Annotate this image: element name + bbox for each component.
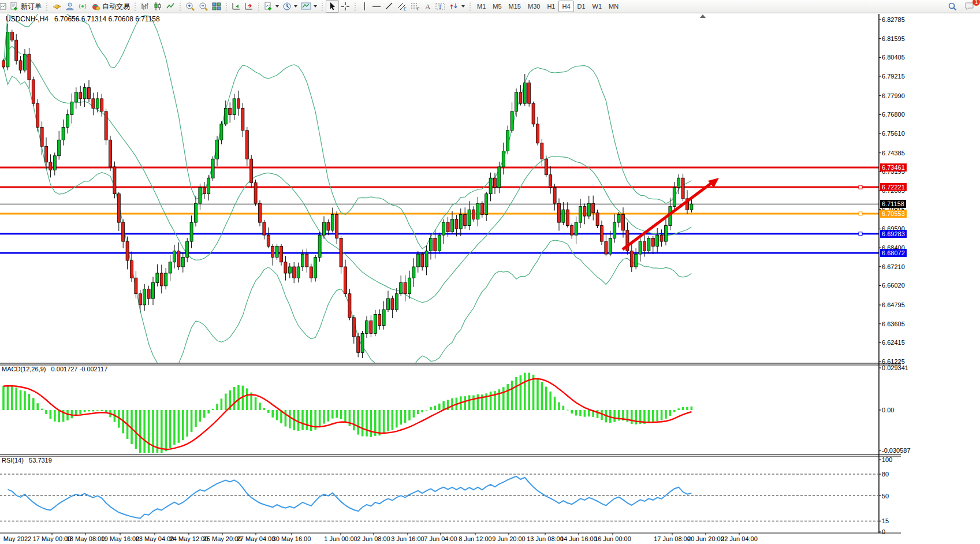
crosshair-button[interactable] bbox=[339, 1, 352, 12]
macd-histogram-bar bbox=[575, 410, 577, 416]
candle-body bbox=[404, 282, 407, 293]
templates-button[interactable] bbox=[299, 1, 319, 12]
horizontal-line-button[interactable] bbox=[370, 1, 383, 12]
candle-body bbox=[395, 294, 398, 310]
macd-histogram-bar bbox=[32, 398, 35, 410]
candle-body bbox=[131, 260, 133, 278]
level-line-handle[interactable] bbox=[859, 212, 862, 215]
candle-body bbox=[489, 178, 492, 193]
trendline-icon bbox=[385, 2, 394, 11]
chart-plot-area[interactable] bbox=[0, 13, 980, 544]
zoom-in-button[interactable] bbox=[184, 1, 197, 12]
candle-body bbox=[70, 102, 73, 114]
candle-body bbox=[352, 318, 355, 337]
window-chart-icon[interactable] bbox=[0, 1, 8, 12]
macd-histogram-bar bbox=[199, 410, 202, 422]
candle-body bbox=[553, 188, 556, 203]
candle-body bbox=[523, 83, 526, 103]
candles-chart-button[interactable] bbox=[151, 1, 164, 12]
chart-shift-button[interactable] bbox=[243, 1, 255, 12]
macd-histogram-bar bbox=[571, 410, 573, 413]
text-button[interactable]: A bbox=[422, 1, 434, 12]
candle-body bbox=[195, 203, 198, 222]
arrows-button[interactable] bbox=[448, 1, 467, 12]
macd-histogram-bar bbox=[135, 410, 137, 449]
timeframe-button-m30[interactable]: M30 bbox=[524, 1, 543, 12]
zoom-out-button[interactable] bbox=[197, 1, 210, 12]
macd-histogram-bar bbox=[404, 410, 407, 423]
cursor-button[interactable] bbox=[326, 0, 339, 13]
time-axis-label: 18 May 08:00 bbox=[66, 535, 105, 542]
line-chart-button[interactable] bbox=[164, 1, 177, 12]
timeframe-button-m15[interactable]: M15 bbox=[505, 1, 524, 12]
timeframe-button-h1[interactable]: H1 bbox=[543, 1, 558, 12]
profile-button[interactable] bbox=[64, 1, 76, 12]
level-line-handle[interactable] bbox=[859, 232, 862, 236]
macd-histogram-bar bbox=[169, 410, 172, 448]
equidistant-channel-icon: E bbox=[397, 2, 407, 11]
arrows-icon bbox=[449, 2, 459, 11]
timeframe-button-m1[interactable]: M1 bbox=[474, 1, 489, 12]
macd-histogram-bar bbox=[340, 410, 342, 419]
time-axis-label: 20 Jun 20:00 bbox=[687, 535, 724, 542]
candle-body bbox=[601, 226, 603, 241]
level-line-handle[interactable] bbox=[859, 185, 862, 189]
candle-body bbox=[472, 210, 475, 219]
time-axis-label: 17 Jun 08:00 bbox=[654, 535, 691, 542]
macd-histogram-bar bbox=[413, 410, 415, 418]
price-tick-label: 6.79215 bbox=[882, 73, 905, 80]
candle-body bbox=[592, 203, 595, 213]
time-axis-label: 13 Jun 08:00 bbox=[527, 535, 564, 542]
candle-body bbox=[348, 294, 351, 318]
price-level-badge: 6.72221 bbox=[880, 183, 907, 191]
candle-body bbox=[190, 222, 193, 241]
auto-scroll-button[interactable] bbox=[230, 1, 243, 12]
timeframe-button-h4[interactable]: H4 bbox=[558, 1, 573, 12]
chat-button[interactable]: 1 bbox=[963, 1, 977, 12]
macd-histogram-bar bbox=[186, 410, 188, 437]
candle-body bbox=[416, 254, 419, 267]
candle-body bbox=[233, 99, 236, 114]
bar-chart-button[interactable] bbox=[139, 1, 151, 12]
candle-body bbox=[340, 239, 342, 267]
macd-histogram-bar bbox=[677, 408, 680, 410]
candle-body bbox=[681, 178, 684, 199]
timeframe-button-w1[interactable]: W1 bbox=[589, 1, 606, 12]
new-order-button[interactable]: 新订单 bbox=[8, 1, 43, 12]
macd-histogram-bar bbox=[442, 401, 445, 410]
text-label-button[interactable]: T bbox=[434, 1, 448, 12]
tile-windows-button[interactable] bbox=[210, 1, 223, 12]
chart-shift-marker[interactable] bbox=[700, 14, 706, 18]
candle-body bbox=[254, 182, 257, 203]
timeframe-button-mn[interactable]: MN bbox=[605, 1, 622, 12]
macd-histogram-bar bbox=[28, 394, 31, 410]
candle-body bbox=[464, 214, 467, 225]
periods-button[interactable] bbox=[281, 1, 299, 12]
macd-histogram-bar bbox=[656, 410, 658, 421]
candle-body bbox=[575, 222, 577, 235]
vertical-line-button[interactable] bbox=[359, 1, 370, 12]
channel-button[interactable]: E bbox=[396, 1, 409, 12]
timeframe-button-m5[interactable]: M5 bbox=[489, 1, 505, 12]
macd-tick-label: 0.029341 bbox=[882, 364, 908, 371]
new-chart-button[interactable] bbox=[262, 1, 281, 12]
candle-body bbox=[36, 103, 39, 127]
candle-body bbox=[660, 235, 663, 241]
search-button[interactable] bbox=[946, 1, 959, 12]
candle-body bbox=[117, 194, 120, 222]
candle-body bbox=[199, 188, 202, 203]
macd-histogram-bar bbox=[100, 410, 103, 411]
autotrading-button[interactable]: 自动交易 bbox=[89, 1, 132, 12]
macd-histogram-bar bbox=[396, 410, 398, 427]
candle-body bbox=[536, 124, 539, 143]
trendline-button[interactable] bbox=[383, 1, 396, 12]
fibonacci-button[interactable]: F bbox=[409, 1, 422, 12]
candle-body bbox=[314, 258, 317, 278]
candle-body bbox=[459, 214, 462, 229]
quotes-button[interactable] bbox=[50, 1, 64, 12]
macd-histogram-bar bbox=[344, 410, 346, 422]
timeframe-button-d1[interactable]: D1 bbox=[574, 1, 589, 12]
signal-button[interactable] bbox=[76, 1, 89, 12]
svg-text:T: T bbox=[438, 3, 442, 10]
macd-histogram-bar bbox=[498, 389, 501, 410]
